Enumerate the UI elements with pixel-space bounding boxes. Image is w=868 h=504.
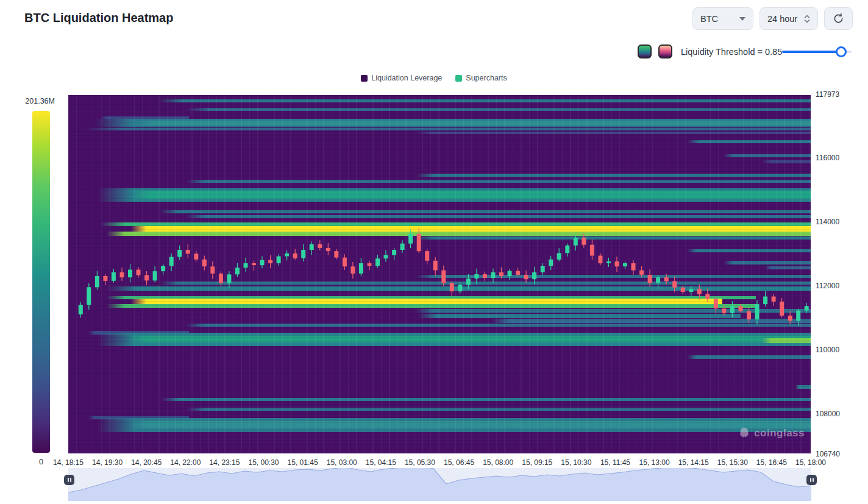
x-axis-label: 14, 19:30: [92, 458, 123, 467]
y-axis-label: 112000: [816, 282, 839, 290]
slider-handle[interactable]: [836, 46, 847, 57]
y-axis-label: 106740: [816, 450, 840, 458]
liquidation-band: [161, 398, 811, 401]
legend-label: Liquidation Leverage: [371, 74, 442, 82]
symbol-select[interactable]: BTC: [692, 7, 753, 30]
timeframe-select[interactable]: 24 hour: [760, 7, 818, 30]
x-axis-label: 15, 03:00: [327, 458, 357, 467]
refresh-button[interactable]: [824, 7, 853, 30]
chart-legend: Liquidation Leverage Supercharts: [0, 74, 868, 82]
liquidation-band: [186, 108, 811, 111]
liquidation-band: [160, 210, 811, 213]
x-axis-label: 15, 09:15: [522, 458, 552, 467]
timeframe-select-value: 24 hour: [767, 14, 797, 24]
x-axis-label: 15, 10:30: [561, 458, 591, 467]
navigator-left-handle[interactable]: [64, 475, 74, 485]
y-axis-label: 114000: [816, 218, 839, 226]
x-axis-label: 14, 18:15: [53, 458, 84, 467]
y-axis-label: 110000: [816, 346, 839, 354]
liquidation-band: [186, 215, 811, 218]
colorbar-min-label: 0: [32, 458, 50, 466]
liquidation-band: [414, 132, 811, 134]
liquidation-band: [724, 154, 811, 157]
page-title: BTC Liquidation Heatmap: [24, 11, 173, 25]
x-axis-label: 15, 08:00: [483, 458, 513, 467]
x-axis-label: 15, 06:45: [444, 458, 474, 467]
liquidation-band: [687, 249, 811, 252]
liquidation-band: [131, 191, 811, 199]
liquidation-band: [762, 160, 811, 163]
y-axis-label: 116000: [816, 154, 839, 162]
legend-item-supercharts[interactable]: Supercharts: [455, 74, 507, 82]
liquidation-band: [160, 282, 811, 285]
liquidation-band: [724, 261, 811, 264]
y-axis-label: 117973: [816, 90, 839, 99]
liquidation-band: [414, 236, 811, 240]
liquidation-band: [128, 421, 811, 428]
time-axis: 14, 18:1514, 19:3014, 20:4514, 22:0014, …: [68, 458, 811, 468]
colormap-magma-button[interactable]: [658, 44, 672, 59]
liquidation-band: [131, 121, 811, 126]
colormap-viridis-button[interactable]: [638, 44, 652, 59]
liquidation-band: [187, 408, 811, 411]
liquidation-band: [491, 319, 811, 323]
watermark-text: coinglass: [754, 427, 805, 439]
liquidation-band: [107, 304, 756, 308]
x-axis-label: 15, 04:15: [366, 458, 396, 467]
coinglass-watermark: coinglass: [738, 427, 805, 440]
liquidation-band: [185, 324, 811, 327]
symbol-select-value: BTC: [700, 14, 718, 24]
liquidation-band: [795, 385, 811, 389]
x-axis-label: 15, 13:00: [639, 458, 670, 467]
x-axis-label: 15, 01:45: [288, 458, 318, 467]
liquidation-band: [131, 299, 722, 304]
navigator-track[interactable]: [68, 495, 811, 501]
legend-item-liquidation-leverage[interactable]: Liquidation Leverage: [361, 74, 442, 82]
liquidity-threshold-label: Liquidity Threshold = 0.85: [681, 47, 782, 57]
liquidity-threshold-slider[interactable]: [782, 51, 852, 53]
liquidation-band: [158, 99, 811, 102]
liquidation-band: [416, 174, 811, 177]
chevron-down-icon: [739, 17, 745, 21]
x-axis-label: 15, 00:30: [248, 458, 279, 467]
ghost-logo-icon: [738, 427, 750, 440]
x-axis-label: 14, 22:00: [170, 458, 201, 467]
liquidation-band: [687, 355, 811, 359]
legend-swatch: [455, 75, 462, 82]
liquidation-band: [762, 338, 811, 343]
liquidation-band: [416, 275, 811, 278]
liquidation-band: [687, 140, 811, 143]
liquidation-band: [418, 314, 741, 318]
liquidation-band: [414, 309, 811, 313]
x-axis-label: 15, 14:15: [678, 458, 709, 467]
x-axis-label: 14, 23:15: [209, 458, 240, 467]
x-axis-label: 15, 15:30: [717, 458, 748, 467]
liquidation-band: [128, 336, 811, 343]
liquidation-band: [186, 180, 811, 183]
liquidation-band: [107, 232, 811, 236]
liquidation-band: [131, 226, 811, 232]
x-axis-label: 15, 11:45: [600, 458, 630, 467]
x-axis-label: 15, 16:45: [756, 458, 787, 467]
legend-label: Supercharts: [466, 74, 507, 82]
liquidation-band: [765, 266, 811, 269]
y-axis-label: 108000: [816, 410, 840, 418]
legend-swatch: [361, 75, 368, 82]
navigator-area-chart: [68, 468, 811, 495]
range-navigator[interactable]: [68, 468, 811, 495]
up-down-chevrons-icon: [804, 14, 810, 24]
navigator-right-handle[interactable]: [806, 475, 817, 485]
colorbar-gradient: [32, 111, 50, 453]
x-axis-label: 15, 05:30: [405, 458, 435, 467]
liquidation-heatmap-plot[interactable]: coinglass: [68, 95, 811, 453]
x-axis-label: 14, 20:45: [131, 458, 162, 467]
refresh-icon: [833, 13, 844, 24]
x-axis-label: 15, 18:00: [795, 458, 826, 467]
colorbar-max-label: 201.36M: [0, 97, 55, 105]
liquidation-band: [85, 128, 811, 130]
liquidation-band: [107, 286, 811, 291]
